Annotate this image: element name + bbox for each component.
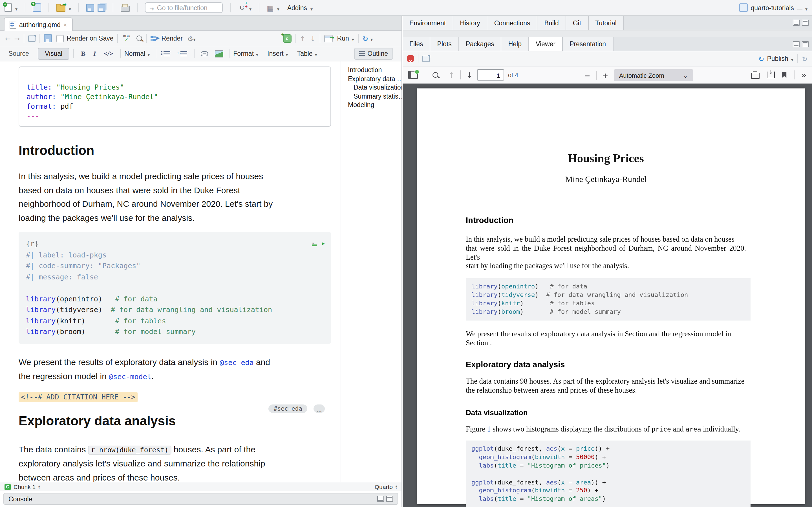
save-icon[interactable]	[86, 4, 94, 11]
pdf-previous-page-icon[interactable]	[448, 70, 455, 80]
project-minimize-icon[interactable]	[797, 3, 802, 13]
document-canvas[interactable]: --- title: "Housing Prices" author: "Min…	[0, 61, 402, 482]
console-maximize-icon[interactable]	[386, 496, 393, 502]
stop-viewer-icon[interactable]	[407, 55, 414, 62]
tab-tutorial[interactable]: Tutorial	[589, 16, 624, 30]
pane2-minimize-icon[interactable]	[793, 41, 800, 47]
open-file-icon[interactable]	[56, 5, 65, 11]
source-refresh-icon[interactable]	[363, 33, 368, 43]
tab-packages[interactable]: Packages	[459, 37, 502, 51]
source-dropdown-icon[interactable]	[370, 33, 373, 43]
tab-git[interactable]: Git	[566, 16, 589, 30]
run-chunks-above-icon[interactable]	[312, 240, 317, 246]
chunk-nav-icon[interactable]	[38, 485, 40, 489]
tab-history[interactable]: History	[453, 16, 488, 30]
insert-chunk-icon[interactable]	[283, 34, 291, 43]
citation-comment[interactable]: <!--# ADD CITATION HERE -->	[18, 392, 138, 402]
render-dropdown-icon[interactable]	[193, 33, 195, 43]
popout-editor-icon[interactable]	[28, 35, 36, 41]
new-file-dropdown-icon[interactable]	[15, 3, 17, 13]
back-icon[interactable]	[5, 33, 11, 43]
insert-image-icon[interactable]	[214, 50, 223, 57]
pdf-zoom-out-icon[interactable]	[584, 70, 591, 80]
run-chunk-icon[interactable]	[322, 237, 325, 249]
new-project-icon[interactable]	[33, 3, 41, 12]
run-dropdown-icon[interactable]	[352, 33, 354, 43]
bullet-list-icon[interactable]	[163, 51, 170, 56]
code-chunk-load-pkgs[interactable]: {r} #| label: load-pkgs #| code-summary:…	[18, 232, 331, 343]
pdf-sidebar-toggle-icon[interactable]	[408, 71, 418, 79]
section-id-badge[interactable]: #sec-eda	[269, 404, 307, 413]
spellcheck-icon[interactable]	[122, 34, 131, 42]
code-format-button[interactable]: </>	[104, 51, 113, 56]
section-options-button[interactable]	[313, 404, 325, 413]
publish-dropdown-icon[interactable]	[791, 54, 794, 64]
render-button[interactable]: Render	[161, 35, 183, 42]
numbered-list-icon[interactable]	[180, 51, 187, 56]
chunk-position[interactable]: Chunk 1	[13, 483, 36, 490]
italic-button[interactable]: I	[93, 50, 96, 57]
viewer-popout-icon[interactable]	[422, 55, 430, 62]
source-mode-button[interactable]: Source	[8, 50, 29, 57]
outline-item-data-visualization[interactable]: Data visualization	[348, 83, 402, 92]
tab-plots[interactable]: Plots	[430, 37, 459, 51]
render-settings-gear-icon[interactable]	[187, 33, 193, 43]
go-next-chunk-icon[interactable]	[310, 33, 315, 43]
goto-file-function-input[interactable]: Go to file/function	[145, 2, 223, 13]
pdf-bookmark-icon[interactable]	[782, 72, 786, 78]
console-minimize-icon[interactable]	[377, 496, 384, 502]
pdf-more-tools-icon[interactable]	[802, 70, 806, 80]
console-header[interactable]: Console	[3, 493, 398, 505]
pane2-maximize-icon[interactable]	[802, 41, 809, 47]
outline-item-summary-statistics[interactable]: Summary statis…	[348, 92, 402, 101]
yaml-block[interactable]: --- title: "Housing Prices" author: "Min…	[18, 66, 331, 127]
workspace-panes-icon[interactable]	[267, 3, 274, 13]
addins-dropdown-icon[interactable]	[310, 3, 313, 13]
visual-mode-button[interactable]: Visual	[38, 48, 69, 59]
pane-minimize-icon[interactable]	[793, 20, 800, 26]
workspace-panes-dropdown-icon[interactable]	[277, 3, 280, 13]
new-file-icon[interactable]	[4, 3, 12, 12]
pdf-page-number-input[interactable]: 1	[477, 69, 504, 80]
paragraph-style-dropdown-icon[interactable]	[147, 48, 150, 59]
go-previous-chunk-icon[interactable]	[300, 33, 305, 43]
pane-maximize-icon[interactable]	[802, 20, 809, 26]
tab-presentation[interactable]: Presentation	[563, 37, 613, 51]
addins-button[interactable]: Addins	[287, 4, 307, 11]
table-menu[interactable]: Table	[297, 50, 313, 57]
close-tab-icon[interactable]	[63, 21, 67, 28]
pdf-zoom-in-icon[interactable]	[602, 70, 608, 80]
tab-viewer[interactable]: Viewer	[529, 37, 563, 51]
bold-button[interactable]: B	[81, 50, 86, 57]
mode-select-icon[interactable]	[396, 485, 397, 489]
insert-link-icon[interactable]	[200, 51, 208, 56]
outline-item-eda[interactable]: Exploratory data …	[348, 75, 402, 83]
tab-environment[interactable]: Environment	[403, 16, 453, 30]
document-mode[interactable]: Quarto	[375, 483, 393, 490]
find-replace-icon[interactable]	[137, 36, 142, 41]
tab-connections[interactable]: Connections	[488, 16, 538, 30]
version-control-dropdown-icon[interactable]	[249, 3, 252, 13]
print-icon[interactable]	[121, 5, 130, 11]
pdf-search-icon[interactable]	[433, 72, 438, 78]
open-file-dropdown-icon[interactable]	[69, 3, 71, 13]
project-menu[interactable]: quarto-tutorials	[740, 3, 808, 13]
outline-toggle-button[interactable]: Outline	[354, 48, 393, 59]
table-dropdown-icon[interactable]	[315, 48, 317, 59]
publish-button[interactable]: Publish	[767, 55, 788, 62]
paragraph-style-select[interactable]: Normal	[124, 50, 145, 57]
format-menu[interactable]: Format	[233, 50, 254, 57]
outline-item-introduction[interactable]: Introduction	[348, 66, 402, 75]
project-dropdown-icon[interactable]	[805, 3, 808, 13]
tab-build[interactable]: Build	[538, 16, 566, 30]
viewer-refresh-icon[interactable]	[802, 54, 808, 64]
run-button[interactable]: Run	[337, 35, 349, 42]
pdf-print-icon[interactable]	[751, 73, 759, 79]
tab-help[interactable]: Help	[502, 37, 529, 51]
format-dropdown-icon[interactable]	[256, 48, 258, 59]
outline-item-modeling[interactable]: Modeling	[348, 101, 402, 110]
version-control-icon[interactable]	[238, 4, 246, 11]
save-document-icon[interactable]	[44, 34, 52, 42]
tab-authoring-qmd[interactable]: authoring.qmd	[4, 17, 73, 31]
pdf-download-icon[interactable]	[767, 71, 774, 78]
